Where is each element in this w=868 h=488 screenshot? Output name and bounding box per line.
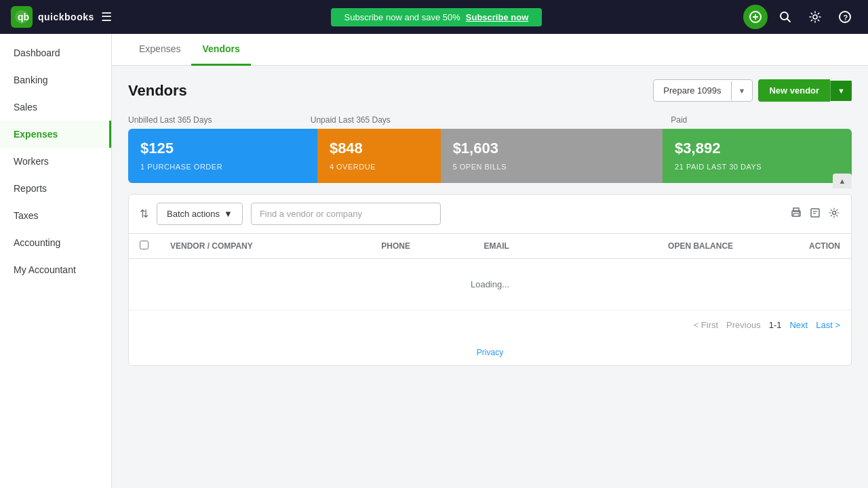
- subscribe-text: Subscribe now and save 50%: [344, 12, 460, 22]
- card-overdue[interactable]: $848 4 OVERDUE: [317, 129, 441, 183]
- summary-cards: Unbilled Last 365 Days Unpaid Last 365 D…: [128, 115, 852, 183]
- sidebar-item-dashboard[interactable]: Dashboard: [0, 39, 111, 66]
- svg-rect-11: [793, 208, 799, 211]
- new-vendor-dropdown[interactable]: ▼: [830, 81, 852, 101]
- sidebar-item-my-accountant[interactable]: My Accountant: [0, 256, 111, 283]
- action-header: ACTION: [744, 234, 851, 259]
- batch-actions-label: Batch actions: [167, 209, 220, 219]
- svg-line-6: [787, 19, 791, 22]
- svg-point-17: [833, 211, 836, 214]
- table-header: VENDOR / COMPANY PHONE EMAIL OPEN BALANC…: [129, 234, 851, 259]
- loading-cell: Loading...: [129, 259, 851, 310]
- subscribe-link[interactable]: Subscribe now: [466, 12, 528, 22]
- collapse-button[interactable]: ▲: [833, 174, 852, 188]
- card-purchase-order[interactable]: $125 1 PURCHASE ORDER: [128, 129, 317, 183]
- next-page-link[interactable]: Next: [789, 320, 808, 330]
- card-open-bills-label: 5 OPEN BILLS: [453, 163, 507, 171]
- table-body: Loading...: [129, 259, 851, 310]
- vendor-company-header[interactable]: VENDOR / COMPANY: [159, 234, 370, 259]
- card-purchase-order-amount: $125: [140, 140, 305, 157]
- header-actions: Prepare 1099s ▼ New vendor ▼: [653, 79, 852, 102]
- sidebar-item-accounting[interactable]: Accounting: [0, 229, 111, 256]
- sidebar-item-reports[interactable]: Reports: [0, 175, 111, 202]
- batch-actions-dropdown-icon: ▼: [224, 209, 233, 219]
- first-page-link[interactable]: < First: [694, 320, 718, 330]
- table-actions-right: [790, 207, 840, 222]
- card-overdue-amount: $848: [330, 140, 429, 157]
- card-open-bills-amount: $1,603: [453, 140, 650, 157]
- sidebar-item-banking[interactable]: Banking: [0, 66, 111, 94]
- select-all-checkbox[interactable]: [140, 241, 149, 249]
- sidebar-label-taxes: Taxes: [14, 210, 39, 221]
- sort-icon[interactable]: ⇅: [140, 207, 149, 220]
- logo-text: quickbooks: [38, 12, 94, 22]
- settings-table-button[interactable]: [828, 207, 840, 222]
- select-all-header: [129, 234, 159, 259]
- unbilled-label: Unbilled Last 365 Days: [128, 115, 309, 125]
- batch-actions-button[interactable]: Batch actions ▼: [157, 203, 243, 225]
- sidebar-item-sales[interactable]: Sales: [0, 94, 111, 121]
- sidebar-label-sales: Sales: [14, 102, 37, 113]
- topbar-center: Subscribe now and save 50% Subscribe now: [130, 8, 743, 26]
- privacy-footer: Privacy: [129, 340, 851, 365]
- sidebar-item-workers[interactable]: Workers: [0, 148, 111, 175]
- sidebar-label-my-accountant: My Accountant: [14, 264, 76, 275]
- svg-point-7: [813, 15, 817, 19]
- export-button[interactable]: [809, 207, 821, 222]
- open-balance-header: OPEN BALANCE: [568, 234, 744, 259]
- svg-rect-12: [793, 214, 799, 216]
- summary-labels: Unbilled Last 365 Days Unpaid Last 365 D…: [128, 115, 852, 125]
- phone-header: PHONE: [370, 234, 473, 259]
- new-vendor-main[interactable]: New vendor: [758, 79, 830, 102]
- content-area: Expenses Vendors Vendors Prepare 1099s ▼…: [112, 34, 868, 488]
- vendor-section: ▲ ⇅ Batch actions ▼: [128, 194, 852, 366]
- loading-row: Loading...: [129, 259, 851, 310]
- card-open-bills[interactable]: $1,603 5 OPEN BILLS: [441, 129, 663, 183]
- new-vendor-button[interactable]: New vendor ▼: [758, 79, 852, 102]
- paid-label: Paid: [671, 115, 852, 125]
- sidebar-label-accounting: Accounting: [14, 237, 60, 248]
- sidebar-item-taxes[interactable]: Taxes: [0, 202, 111, 229]
- card-purchase-order-label: 1 PURCHASE ORDER: [140, 163, 222, 171]
- print-button[interactable]: [790, 207, 802, 222]
- email-header: EMAIL: [473, 234, 568, 259]
- vendor-table-area: ⇅ Batch actions ▼: [128, 194, 852, 366]
- svg-text:?: ?: [844, 14, 848, 22]
- main-layout: Dashboard Banking Sales Expenses Workers…: [0, 34, 868, 488]
- search-vendor-input[interactable]: [251, 203, 441, 225]
- vendor-table: VENDOR / COMPANY PHONE EMAIL OPEN BALANC…: [129, 234, 851, 310]
- privacy-link[interactable]: Privacy: [477, 348, 503, 357]
- qb-logo-icon: qb: [11, 6, 33, 28]
- prepare-1099s-main[interactable]: Prepare 1099s: [654, 80, 730, 101]
- logo: qb quickbooks: [11, 6, 94, 28]
- sidebar-label-reports: Reports: [14, 183, 47, 194]
- table-toolbar: ⇅ Batch actions ▼: [129, 195, 851, 234]
- page-header: Vendors Prepare 1099s ▼ New vendor ▼: [128, 79, 852, 102]
- sidebar-label-expenses: Expenses: [14, 129, 58, 140]
- tab-vendors[interactable]: Vendors: [191, 34, 250, 66]
- sidebar-label-banking: Banking: [14, 75, 48, 85]
- card-paid-last-30-amount: $3,892: [675, 140, 840, 157]
- topbar-actions: ?: [743, 5, 857, 29]
- svg-rect-14: [811, 209, 819, 217]
- prepare-1099s-dropdown[interactable]: ▼: [731, 81, 753, 100]
- page-range: 1-1: [769, 320, 782, 330]
- subscribe-banner: Subscribe now and save 50% Subscribe now: [331, 8, 542, 26]
- settings-button[interactable]: [803, 5, 827, 29]
- card-paid-last-30[interactable]: $3,892 21 PAID LAST 30 DAYS: [663, 129, 852, 183]
- tab-bar: Expenses Vendors: [112, 34, 868, 66]
- card-paid-last-30-label: 21 PAID LAST 30 DAYS: [675, 163, 762, 171]
- sidebar-item-expenses[interactable]: Expenses: [0, 121, 111, 148]
- tab-expenses[interactable]: Expenses: [128, 34, 191, 66]
- cards-row: $125 1 PURCHASE ORDER $848 4 OVERDUE $1,…: [128, 129, 852, 183]
- add-button[interactable]: [743, 5, 768, 29]
- svg-point-13: [799, 211, 800, 213]
- previous-page-link[interactable]: Previous: [726, 320, 761, 330]
- prepare-1099s-button[interactable]: Prepare 1099s ▼: [653, 79, 753, 102]
- last-page-link[interactable]: Last >: [816, 320, 840, 330]
- help-button[interactable]: ?: [833, 5, 857, 29]
- search-button[interactable]: [773, 5, 797, 29]
- svg-text:qb: qb: [18, 12, 29, 22]
- hamburger-menu[interactable]: ☰: [94, 5, 119, 29]
- topbar: qb quickbooks ☰ Subscribe now and save 5…: [0, 0, 868, 34]
